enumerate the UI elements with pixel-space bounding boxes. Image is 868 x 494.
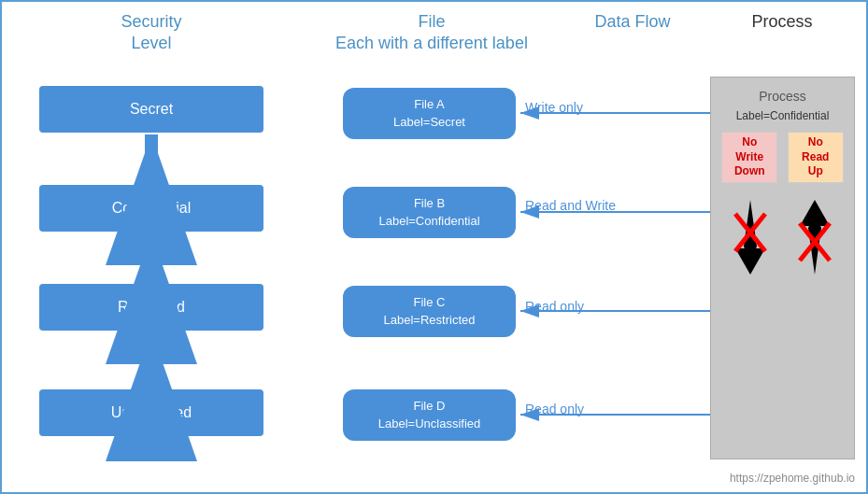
flow-read-only-1: Read only <box>525 299 584 314</box>
no-write-down-arrow <box>731 200 770 275</box>
process-sublabel: Label=Confidential <box>711 109 854 122</box>
header-file: FileEach with a different label <box>320 11 544 55</box>
file-d-label2: Label=Unclassified <box>378 416 480 432</box>
sec-level-unclassified: Unclassified <box>39 389 263 436</box>
flow-write-only: Write only <box>525 100 583 115</box>
flow-read-and-write: Read and Write <box>525 198 616 213</box>
file-a-label2: Label=Secret <box>393 114 465 131</box>
header-process: Process <box>712 11 852 33</box>
file-c-label1: File C <box>414 294 446 311</box>
file-b-box: File B Label=Confidential <box>343 187 516 238</box>
file-b-label2: Label=Confidential <box>378 213 479 230</box>
file-a-label1: File A <box>414 96 445 113</box>
watermark: https://zpehome.github.io <box>730 472 855 485</box>
sec-level-restricted: Restricted <box>39 284 263 331</box>
no-read-up-arrow <box>795 200 834 275</box>
sec-level-secret: Secret <box>39 86 263 133</box>
header-security: SecurityLevel <box>30 11 273 55</box>
file-d-label1: File D <box>414 398 446 415</box>
file-a-box: File A Label=Secret <box>343 88 516 139</box>
process-rules: NoWriteDown NoReadUp <box>717 132 848 183</box>
flow-read-only-2: Read only <box>525 402 584 416</box>
svg-marker-5 <box>800 200 830 226</box>
file-b-label1: File B <box>414 195 445 212</box>
rule-no-read-up: NoReadUp <box>788 132 844 183</box>
process-title: Process <box>711 89 854 104</box>
header-dataflow: Data Flow <box>562 11 703 33</box>
file-d-box: File D Label=Unclassified <box>343 389 516 441</box>
svg-marker-1 <box>735 248 765 275</box>
file-c-box: File C Label=Restricted <box>343 286 516 337</box>
process-box: Process Label=Confidential NoWriteDown N… <box>710 77 855 459</box>
sec-level-confidential: Confidential <box>39 185 263 232</box>
diagram: SecurityLevel FileEach with a different … <box>0 0 868 494</box>
file-c-label2: Label=Restricted <box>384 312 476 329</box>
rule-no-write-down: NoWriteDown <box>721 132 777 183</box>
